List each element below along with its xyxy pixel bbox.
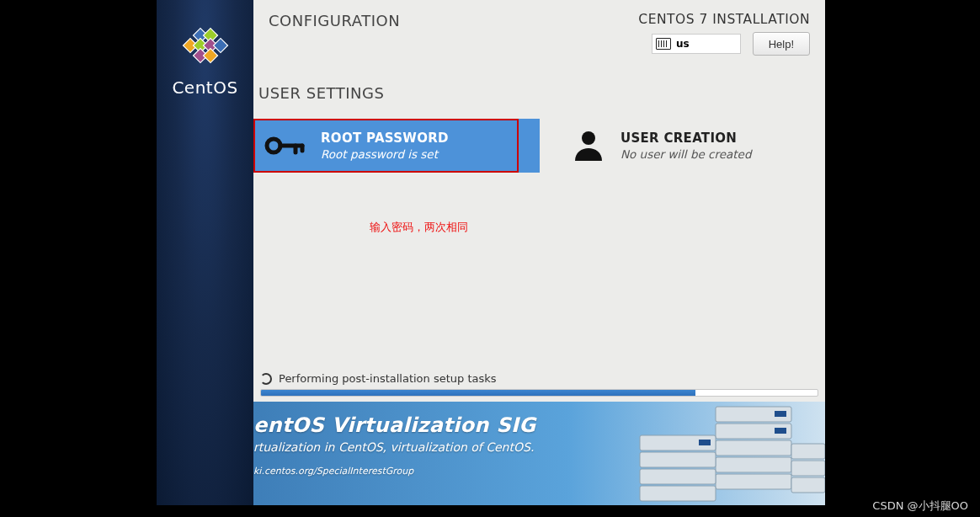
svg-rect-12	[716, 440, 791, 456]
root-password-subtitle: Root password is set	[321, 147, 449, 161]
header: CONFIGURATION CENTOS 7 INSTALLATION us H…	[253, 0, 825, 66]
installer-window: CentOS CONFIGURATION CENTOS 7 INSTALLATI…	[157, 0, 825, 505]
sidebar: CentOS	[157, 0, 253, 505]
root-password-card-extension	[519, 119, 540, 173]
centos-logo-icon	[180, 25, 231, 74]
keyboard-icon	[656, 38, 671, 50]
progress-area: Performing post-installation setup tasks	[253, 372, 825, 397]
centos-product-name: CentOS	[172, 77, 237, 98]
progress-bar	[260, 389, 818, 397]
svg-rect-19	[640, 469, 716, 484]
keyboard-layout-selector[interactable]: us	[652, 34, 741, 54]
svg-rect-23	[791, 461, 825, 476]
svg-rect-24	[791, 477, 825, 493]
banner: entOS Virtualization SIG rtualization in…	[253, 402, 825, 505]
install-title: CENTOS 7 INSTALLATION	[638, 12, 810, 27]
svg-rect-5	[213, 39, 227, 53]
annotation-text: 输入密码，两次相同	[370, 220, 825, 235]
svg-rect-22	[791, 444, 825, 459]
svg-rect-16	[775, 428, 786, 434]
svg-rect-18	[640, 452, 716, 467]
svg-rect-21	[699, 440, 711, 445]
root-password-card[interactable]: ROOT PASSWORD Root password is set	[253, 119, 519, 173]
progress-status-text: Performing post-installation setup tasks	[279, 372, 497, 385]
section-title: USER SETTINGS	[258, 84, 825, 102]
svg-rect-7	[203, 49, 217, 63]
key-icon	[264, 132, 307, 159]
watermark-text: CSDN @小抖腿OO	[872, 498, 968, 514]
svg-point-9	[582, 131, 595, 145]
user-settings-row: ROOT PASSWORD Root password is set	[253, 119, 825, 173]
left-black-bar	[0, 0, 157, 517]
svg-rect-15	[775, 411, 786, 417]
user-icon	[570, 127, 607, 164]
spinner-icon	[260, 373, 272, 385]
server-illustration	[598, 402, 825, 505]
main-area: CONFIGURATION CENTOS 7 INSTALLATION us H…	[253, 0, 825, 505]
user-creation-subtitle: No user will be created	[620, 147, 752, 161]
root-password-title: ROOT PASSWORD	[321, 131, 449, 146]
progress-fill	[261, 390, 695, 396]
right-black-bar	[825, 0, 980, 517]
svg-rect-13	[716, 457, 791, 472]
svg-rect-14	[716, 474, 791, 489]
user-creation-title: USER CREATION	[620, 131, 752, 146]
user-creation-card[interactable]: USER CREATION No user will be created	[560, 119, 825, 173]
keyboard-layout-text: us	[676, 38, 690, 50]
svg-rect-20	[640, 486, 716, 501]
help-button[interactable]: Help!	[753, 32, 810, 56]
